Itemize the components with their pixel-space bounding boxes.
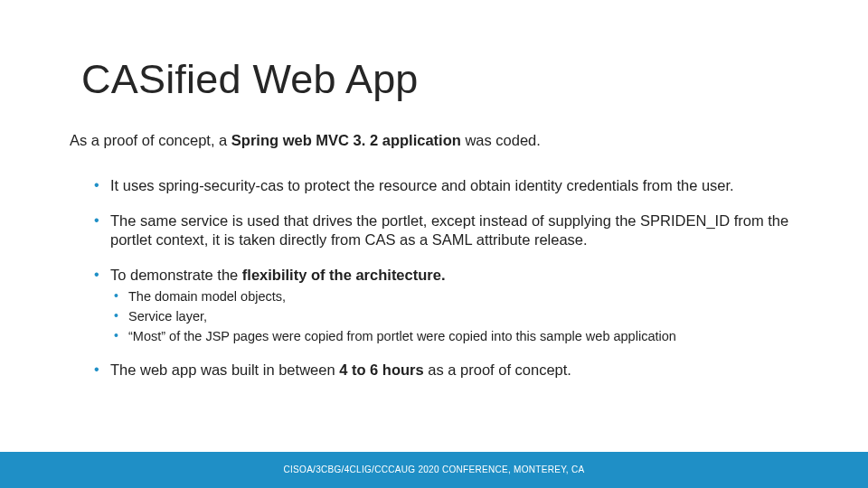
bullet-item: It uses spring-security-cas to protect t… [90, 176, 832, 195]
bullet-text: The same service is used that drives the… [110, 212, 788, 248]
slide-title: CASified Web App [81, 56, 419, 103]
footer-bar: CISOA/3CBG/4CLIG/CCCAUG 2020 CONFERENCE,… [0, 452, 868, 488]
intro-line: As a proof of concept, a Spring web MVC … [70, 132, 541, 149]
slide: CASified Web App As a proof of concept, … [0, 0, 868, 488]
sub-bullet-text: Service layer, [128, 309, 207, 324]
bullet-item: The web app was built in between 4 to 6 … [90, 361, 832, 380]
sub-bullet-text: “Most” of the JSP pages were copied from… [128, 329, 676, 343]
bullet-bold: flexibility of the architecture. [242, 267, 446, 283]
intro-post: was coded. [465, 132, 540, 148]
intro-pre: As a proof of concept, a [70, 132, 231, 148]
sub-bullet-list: The domain model objects, Service layer,… [110, 288, 832, 344]
bullet-item: The same service is used that drives the… [90, 211, 832, 249]
sub-bullet-text: The domain model objects, [128, 289, 286, 304]
bullet-bold: 4 to 6 hours [339, 361, 428, 378]
bullet-text: It uses spring-security-cas to protect t… [110, 177, 734, 193]
bullet-post: as a proof of concept. [428, 361, 571, 378]
sub-bullet-item: “Most” of the JSP pages were copied from… [110, 328, 832, 345]
footer-text: CISOA/3CBG/4CLIG/CCCAUG 2020 CONFERENCE,… [283, 465, 584, 474]
slide-body: It uses spring-security-cas to protect t… [90, 176, 832, 396]
bullet-pre: To demonstrate the [110, 267, 242, 283]
intro-bold: Spring web MVC 3. 2 application [231, 132, 466, 148]
bullet-list: It uses spring-security-cas to protect t… [90, 176, 832, 380]
bullet-pre: The web app was built in between [110, 361, 339, 378]
sub-bullet-item: The domain model objects, [110, 288, 832, 305]
sub-bullet-item: Service layer, [110, 308, 832, 325]
bullet-item: To demonstrate the flexibility of the ar… [90, 266, 832, 344]
